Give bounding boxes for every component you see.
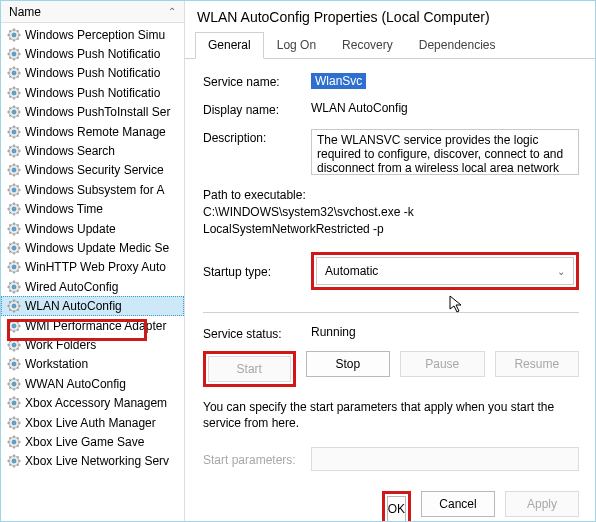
gear-icon (7, 183, 21, 197)
svg-point-181 (12, 382, 16, 386)
svg-point-111 (12, 246, 16, 250)
list-item[interactable]: Windows Push Notificatio (1, 64, 184, 83)
list-item[interactable]: Windows Perception Simu (1, 25, 184, 44)
service-name: Windows Update Medic Se (25, 241, 169, 255)
column-header-name[interactable]: Name ⌃ (1, 1, 184, 23)
tab-log-on[interactable]: Log On (264, 32, 329, 59)
service-name: Workstation (25, 357, 88, 371)
list-item[interactable]: WinHTTP Web Proxy Auto (1, 258, 184, 277)
list-item[interactable]: Xbox Live Auth Manager (1, 413, 184, 432)
svg-point-171 (12, 362, 16, 366)
list-item[interactable]: Windows Security Service (1, 161, 184, 180)
service-name: Windows Push Notificatio (25, 86, 160, 100)
svg-point-51 (12, 130, 16, 134)
start-button[interactable]: Start (208, 356, 291, 382)
svg-point-211 (12, 440, 16, 444)
list-item[interactable]: Windows Subsystem for A (1, 180, 184, 199)
pause-button[interactable]: Pause (400, 351, 485, 377)
service-name: WinHTTP Web Proxy Auto (25, 260, 166, 274)
startup-type-label: Startup type: (203, 263, 311, 279)
gear-icon (7, 222, 21, 236)
gear-icon (7, 260, 21, 274)
list-item[interactable]: Windows Push Notificatio (1, 44, 184, 63)
resume-button[interactable]: Resume (495, 351, 580, 377)
display-name-value: WLAN AutoConfig (311, 101, 579, 115)
list-item[interactable]: Windows Update Medic Se (1, 238, 184, 257)
svg-point-221 (12, 459, 16, 463)
cancel-button[interactable]: Cancel (421, 491, 495, 517)
service-name: Windows Subsystem for A (25, 183, 164, 197)
list-item[interactable]: Work Folders (1, 335, 184, 354)
service-name: Windows Push Notificatio (25, 66, 160, 80)
gear-icon (7, 435, 21, 449)
service-name: Xbox Live Auth Manager (25, 416, 156, 430)
svg-point-151 (12, 324, 16, 328)
svg-point-161 (12, 343, 16, 347)
apply-button[interactable]: Apply (505, 491, 579, 517)
svg-point-1 (12, 33, 16, 37)
service-name: Windows Push Notificatio (25, 47, 160, 61)
service-status-label: Service status: (203, 325, 311, 341)
list-item[interactable]: Windows Remote Manage (1, 122, 184, 141)
sort-caret-icon: ⌃ (168, 6, 176, 17)
service-name: Windows Time (25, 202, 103, 216)
list-item[interactable]: Xbox Live Networking Serv (1, 452, 184, 471)
highlight-startup-type: Automatic ⌄ (311, 252, 579, 290)
highlight-start-button: Start (203, 351, 296, 387)
gear-icon (7, 338, 21, 352)
svg-point-141 (12, 304, 16, 308)
properties-dialog: WLAN AutoConfig Properties (Local Comput… (185, 1, 596, 522)
gear-icon (7, 454, 21, 468)
list-item[interactable]: Xbox Accessory Managem (1, 393, 184, 412)
service-name: Xbox Live Game Save (25, 435, 144, 449)
svg-point-121 (12, 265, 16, 269)
list-item[interactable]: Workstation (1, 355, 184, 374)
service-name: WWAN AutoConfig (25, 377, 126, 391)
service-name: Work Folders (25, 338, 96, 352)
svg-point-41 (12, 110, 16, 114)
gear-icon (7, 377, 21, 391)
highlight-ok-button: OK (382, 491, 411, 522)
gear-icon (7, 86, 21, 100)
gear-icon (7, 396, 21, 410)
dialog-footer: OK Cancel Apply (185, 483, 596, 522)
ok-button[interactable]: OK (387, 496, 406, 522)
tab-recovery[interactable]: Recovery (329, 32, 406, 59)
service-name: Windows Remote Manage (25, 125, 166, 139)
service-name-value: WlanSvc (311, 73, 366, 89)
list-item[interactable]: Windows Search (1, 141, 184, 160)
tab-general[interactable]: General (195, 32, 264, 59)
service-name: Windows Security Service (25, 163, 164, 177)
services-list: Windows Perception Simu Windows Push Not… (1, 23, 184, 471)
list-item[interactable]: Windows Push Notificatio (1, 83, 184, 102)
list-item[interactable]: Windows PushToInstall Ser (1, 103, 184, 122)
list-item[interactable]: Xbox Live Game Save (1, 432, 184, 451)
svg-point-71 (12, 168, 16, 172)
list-item[interactable]: WMI Performance Adapter (1, 316, 184, 335)
chevron-down-icon: ⌄ (557, 266, 565, 277)
svg-point-131 (12, 285, 16, 289)
svg-point-31 (12, 91, 16, 95)
list-item[interactable]: Windows Update (1, 219, 184, 238)
gear-icon (7, 299, 21, 313)
gear-icon (7, 416, 21, 430)
startup-type-combo[interactable]: Automatic ⌄ (316, 257, 574, 285)
gear-icon (7, 47, 21, 61)
gear-icon (7, 125, 21, 139)
start-params-input (311, 447, 579, 471)
stop-button[interactable]: Stop (306, 351, 391, 377)
svg-point-191 (12, 401, 16, 405)
dialog-body: Service name: WlanSvc Display name: WLAN… (185, 59, 596, 483)
start-params-label: Start parameters: (203, 451, 311, 467)
list-item[interactable]: Wired AutoConfig (1, 277, 184, 296)
list-item[interactable]: Windows Time (1, 200, 184, 219)
tab-dependencies[interactable]: Dependencies (406, 32, 509, 59)
gear-icon (7, 280, 21, 294)
svg-point-21 (12, 72, 16, 76)
service-name: WLAN AutoConfig (25, 299, 122, 313)
list-item[interactable]: WLAN AutoConfig (1, 296, 184, 315)
dialog-title: WLAN AutoConfig Properties (Local Comput… (185, 1, 596, 31)
list-item[interactable]: WWAN AutoConfig (1, 374, 184, 393)
column-header-label: Name (9, 5, 41, 19)
svg-point-81 (12, 188, 16, 192)
